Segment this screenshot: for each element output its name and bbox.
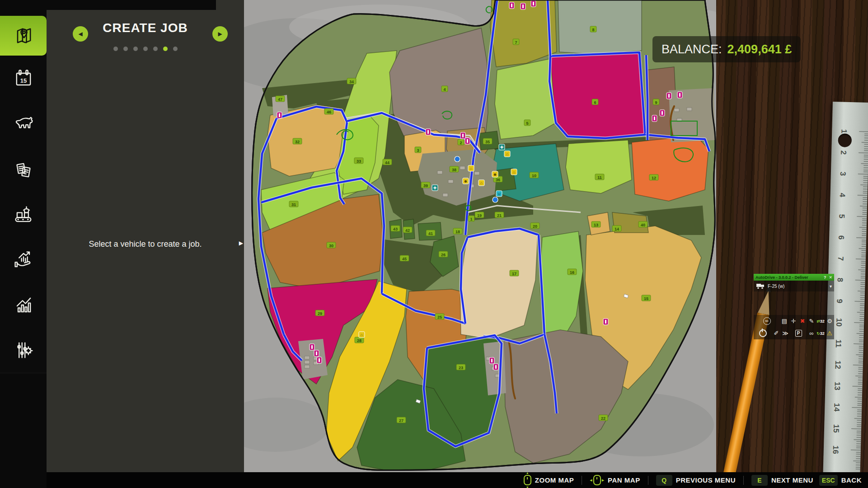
vehicle-selector[interactable]: F-25 (w) ▾ [754, 281, 834, 291]
ruler-tick [854, 439, 861, 440]
sidebar-item-animals[interactable] [0, 102, 47, 147]
help-icon[interactable]: ? [824, 275, 826, 280]
house-marker-glyph: ⌂ [506, 152, 508, 156]
hotkey-label: BACK [841, 476, 862, 484]
ruler-number: 2 [839, 148, 848, 157]
ruler-tick [864, 150, 868, 151]
instruction-text: Select a vehicle to create a job. [47, 239, 244, 249]
sidebar-item-contracts[interactable] [0, 147, 47, 192]
hotkey-next-menu[interactable]: ENEXT MENU [751, 475, 813, 486]
finances-icon [12, 248, 35, 272]
ruler-tick [856, 467, 860, 467]
ruler-tick [858, 390, 862, 391]
ruler-tick [857, 435, 861, 436]
ruler-tick [860, 310, 864, 310]
sidebar-item-calendar[interactable]: 15 [0, 56, 47, 102]
add-waypoint-icon[interactable]: ✛ [789, 318, 798, 324]
hotkey-back[interactable]: ESCBACK [819, 475, 862, 486]
edit-waypoint-icon[interactable]: ✎ [807, 318, 816, 324]
ruler-tick [859, 350, 863, 351]
page-dot [153, 47, 158, 51]
field-number: 47 [278, 97, 282, 102]
ruler-tick [861, 267, 865, 267]
ruler-tick [863, 180, 868, 181]
field-number: 43 [393, 227, 398, 231]
fast-forward-icon[interactable]: ≫ [781, 330, 790, 337]
ruler-tick [856, 443, 861, 444]
field-number: 39 [423, 183, 428, 188]
sidebar-item-finances[interactable] [0, 237, 47, 283]
field-6[interactable] [549, 52, 645, 138]
sidebar-item-statistics[interactable] [0, 282, 47, 328]
vehicle-marker-glyph [427, 130, 429, 134]
page-dot [123, 47, 128, 51]
hotkey-zoom-map[interactable]: ▲▼ZOOM MAP [524, 471, 574, 488]
ruler-tick [863, 176, 868, 176]
next-page-button[interactable]: ▶ [212, 26, 228, 42]
building [305, 365, 310, 368]
ruler-tick [856, 463, 860, 463]
ruler-number: 7 [836, 254, 845, 263]
farm-map[interactable]: 3443233327869510111231302928251716151314… [244, 0, 716, 472]
ruler-tick [864, 148, 868, 149]
sidebar-item-map[interactable] [0, 16, 47, 56]
ruler-tick [858, 174, 868, 174]
turn-count-icon[interactable]: ↻32 [816, 331, 825, 336]
ruler-tick [857, 414, 862, 414]
keycap-e: E [751, 475, 768, 486]
autodrive-titlebar[interactable]: AutoDrive - 3.0.0.2 - Deliver ? ✕ [754, 274, 834, 281]
hotkey-pan-map[interactable]: ◀▶PAN MAP [590, 475, 640, 485]
route-count-icon[interactable]: ⇄32 [816, 319, 825, 324]
ruler-tick [858, 371, 863, 372]
ruler-tick [856, 446, 861, 446]
park-icon[interactable]: P [795, 330, 802, 337]
ruler-tick [859, 369, 863, 370]
ruler-tick [863, 193, 868, 193]
vehicle-marker-glyph [319, 358, 320, 362]
sidebar-item-production[interactable] [0, 192, 47, 238]
field-number: 19 [477, 213, 482, 218]
record-route-icon[interactable]: rec [763, 317, 771, 325]
ruler-tick [863, 197, 867, 197]
map-canvas[interactable]: 3443233327869510111231302928251716151314… [244, 0, 716, 472]
ruler-tick [860, 316, 864, 317]
loop-route-icon[interactable]: ∞ [807, 330, 816, 337]
ruler-tick [859, 367, 863, 367]
field-number: 8 [592, 28, 594, 32]
ruler-tick [859, 363, 863, 363]
ruler-tick [859, 359, 863, 359]
settings-gear-icon[interactable]: ⚙ [825, 318, 834, 324]
ruler-tick [857, 437, 861, 437]
field-8[interactable] [558, 0, 642, 54]
field-number: 1 [470, 217, 472, 221]
page-dot-active [163, 47, 168, 51]
ruler-number: 10 [834, 318, 844, 327]
ruler-tick [862, 214, 867, 215]
field-12[interactable] [632, 136, 708, 201]
close-icon[interactable]: ✕ [829, 275, 832, 280]
save-icon[interactable]: ▤ [780, 318, 789, 324]
prev-page-button[interactable]: ◀ [73, 26, 88, 42]
vehicle-marker-glyph [279, 113, 280, 117]
ruler-tick [854, 322, 864, 323]
ruler-tick [861, 263, 866, 263]
ruler-tick [862, 233, 866, 234]
draw-mode-icon[interactable]: ✐ [772, 330, 781, 337]
ruler-tick [861, 276, 865, 276]
ruler-tick [857, 405, 862, 406]
warning-icon[interactable]: ⚠ [825, 330, 834, 337]
chevron-down-icon[interactable]: ▾ [830, 284, 832, 289]
mouse-zoom-icon: ▲▼ [524, 471, 531, 488]
ruler-tick [860, 184, 868, 185]
ruler-tick [863, 178, 868, 178]
ruler-tick [859, 348, 863, 348]
field-5[interactable] [495, 59, 556, 139]
power-icon[interactable] [759, 329, 767, 337]
building [448, 180, 453, 183]
field-number: 2 [460, 141, 462, 145]
autodrive-title: AutoDrive - 3.0.0.2 - Deliver [755, 275, 808, 280]
sidebar-item-settings[interactable] [0, 328, 47, 373]
delete-waypoint-icon[interactable]: ✖ [798, 318, 807, 324]
hotkey-previous-menu[interactable]: QPREVIOUS MENU [656, 475, 736, 486]
ruler-tick [860, 293, 865, 293]
